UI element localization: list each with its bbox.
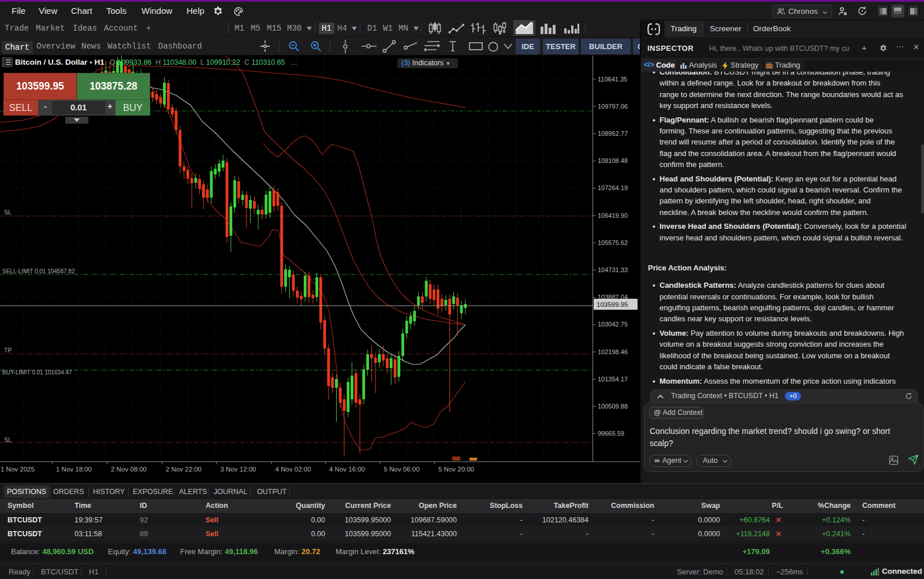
svg-text:2 Nov 22:00: 2 Nov 22:00 xyxy=(166,466,202,473)
svg-text:105575.62: 105575.62 xyxy=(598,239,628,246)
svg-text:1: 1 xyxy=(3,58,5,62)
svg-text:101354.17: 101354.17 xyxy=(598,376,628,383)
svg-text:109797.06: 109797.06 xyxy=(598,103,628,110)
svg-text:103042.75: 103042.75 xyxy=(598,321,628,328)
svg-text:SELL-LIMIT 0.01 104587.82: SELL-LIMIT 0.01 104587.82 xyxy=(2,268,75,274)
svg-text:SL: SL xyxy=(4,436,12,443)
svg-text:108108.48: 108108.48 xyxy=(598,157,628,164)
svg-text:108952.77: 108952.77 xyxy=(598,130,628,137)
svg-text:3 Nov 12:00: 3 Nov 12:00 xyxy=(221,466,256,473)
svg-text:107264.19: 107264.19 xyxy=(598,184,628,191)
svg-text:SL: SL xyxy=(4,209,12,216)
svg-text:1 Nov 2025: 1 Nov 2025 xyxy=(1,466,35,473)
svg-text:TP: TP xyxy=(4,347,12,354)
svg-text:4 Nov 02:00: 4 Nov 02:00 xyxy=(275,466,311,473)
svg-text:5 Nov 20:00: 5 Nov 20:00 xyxy=(438,466,474,473)
svg-text:106419.90: 106419.90 xyxy=(598,212,628,219)
svg-text:100509.88: 100509.88 xyxy=(598,403,628,410)
svg-text:110641.35: 110641.35 xyxy=(598,76,627,83)
svg-text:99665.59: 99665.59 xyxy=(598,430,624,437)
svg-text:4 Nov 16:00: 4 Nov 16:00 xyxy=(329,466,365,473)
svg-text:2: 2 xyxy=(3,62,5,66)
svg-text:1 Nov 18:00: 1 Nov 18:00 xyxy=(56,466,92,473)
svg-text:103599.95: 103599.95 xyxy=(597,301,628,308)
svg-text:5 Nov 06:00: 5 Nov 06:00 xyxy=(384,466,420,473)
svg-text:102198.46: 102198.46 xyxy=(598,348,628,355)
svg-text:BUY-LIMIT 0.01 101634.47: BUY-LIMIT 0.01 101634.47 xyxy=(2,369,72,376)
svg-text:104731.33: 104731.33 xyxy=(598,266,628,273)
svg-text:2 Nov 08:00: 2 Nov 08:00 xyxy=(111,466,147,473)
